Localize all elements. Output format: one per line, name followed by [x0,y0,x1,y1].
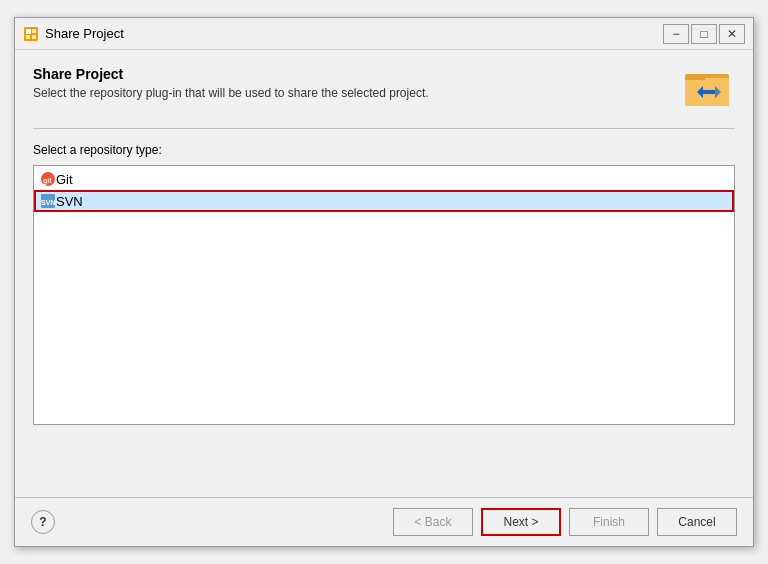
maximize-button[interactable]: □ [691,24,717,44]
repo-item-svn[interactable]: SVN SVN [34,190,734,212]
repo-item-git-label: Git [56,172,73,187]
svg-rect-7 [685,76,705,80]
back-button[interactable]: < Back [393,508,473,536]
footer: ? < Back Next > Finish Cancel [15,497,753,546]
dialog-content: Share Project Select the repository plug… [15,50,753,497]
svg-rect-1 [26,29,31,34]
cancel-button[interactable]: Cancel [657,508,737,536]
help-button[interactable]: ? [31,510,55,534]
repo-item-svn-label: SVN [56,194,83,209]
git-icon: git [40,171,56,187]
share-project-icon [683,66,735,112]
next-button[interactable]: Next > [481,508,561,536]
dialog-window: Share Project − □ ✕ Share Project Select… [14,17,754,547]
window-title: Share Project [45,26,663,41]
title-bar: Share Project − □ ✕ [15,18,753,50]
repo-list[interactable]: git Git SVN SVN [33,165,735,425]
header-section: Share Project Select the repository plug… [33,66,735,112]
svg-rect-2 [32,29,36,33]
repo-item-git[interactable]: git Git [34,168,734,190]
finish-button[interactable]: Finish [569,508,649,536]
svg-rect-3 [26,35,30,39]
header-subtitle: Select the repository plug-in that will … [33,86,683,100]
header-text: Share Project Select the repository plug… [33,66,683,100]
minimize-button[interactable]: − [663,24,689,44]
svg-rect-4 [32,35,36,39]
header-title: Share Project [33,66,683,82]
repo-section: Select a repository type: git Git SVN [33,143,735,481]
header-separator [33,128,735,129]
window-icon [23,26,39,42]
svg-text:git: git [43,177,52,185]
close-button[interactable]: ✕ [719,24,745,44]
repo-section-label: Select a repository type: [33,143,735,157]
svg-text:SVN: SVN [41,199,55,206]
window-controls: − □ ✕ [663,24,745,44]
svn-icon: SVN [40,193,56,209]
